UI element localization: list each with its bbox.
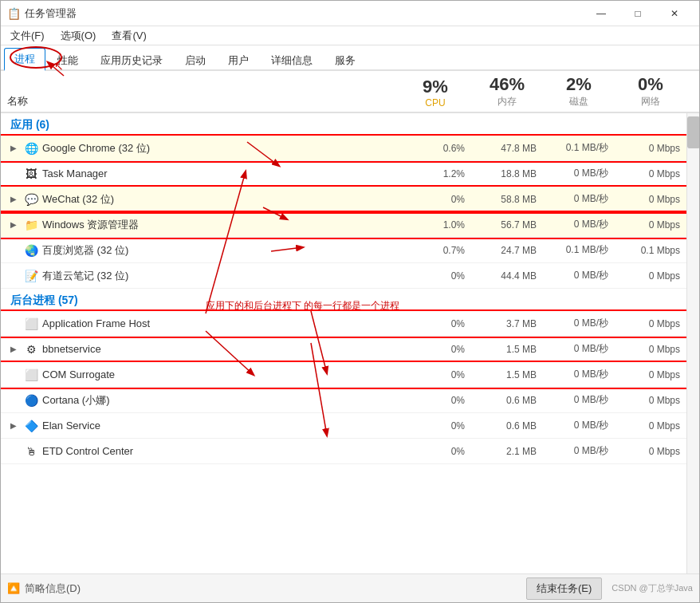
expand-icon[interactable]: ▶ (10, 421, 20, 430)
process-name-explorer: ▶ 📁 Windows 资源管理器 (1, 215, 399, 235)
cortana-icon: 🔵 (25, 394, 37, 407)
tab-performance[interactable]: 性能 (47, 49, 88, 71)
disk-cell: 0 MB/秒 (543, 416, 615, 436)
content-area: 名称 9% CPU 46% 内存 2% 磁盘 0% 网络 (1, 71, 699, 573)
memory-cell: 2.1 MB (471, 443, 543, 460)
process-name-appframe: ⬜ Application Frame Host (1, 314, 399, 333)
disk-cell: 0 MB/秒 (543, 189, 615, 209)
tab-services[interactable]: 服务 (324, 49, 366, 71)
status-label[interactable]: 简略信息(D) (25, 581, 81, 596)
baidu-icon: 🌏 (25, 244, 37, 257)
column-headers: 名称 9% CPU 46% 内存 2% 磁盘 0% 网络 (1, 71, 699, 113)
menu-options[interactable]: 选项(O) (54, 27, 103, 45)
youdao-icon: 📝 (25, 270, 37, 282)
maximize-button[interactable]: □ (619, 1, 656, 26)
network-cell: 0 Mbps (615, 315, 686, 333)
col-network[interactable]: 0% 网络 (615, 71, 686, 112)
process-name-comsurrogate: ⬜ COM Surrogate (1, 365, 399, 384)
disk-cell: 0 MB/秒 (543, 313, 615, 333)
tab-users[interactable]: 用户 (218, 49, 259, 71)
network-cell: 0 Mbps (615, 216, 686, 234)
memory-cell: 1.5 MB (471, 366, 543, 384)
tab-app-history[interactable]: 应用历史记录 (90, 49, 173, 71)
cpu-cell: 0.6% (399, 140, 471, 157)
expand-icon[interactable]: ▶ (10, 220, 20, 229)
disk-cell: 0 MB/秒 (543, 164, 615, 183)
memory-cell: 1.5 MB (471, 341, 543, 358)
table-row[interactable]: 🌏 百度浏览器 (32 位) 0.7% 24.7 MB 0.1 MB/秒 0.1… (1, 238, 686, 263)
col-memory[interactable]: 46% 内存 (471, 71, 543, 112)
table-row[interactable]: 🖱 ETD Control Center 0% 2.1 MB 0 MB/秒 0 … (1, 439, 686, 464)
table-row[interactable]: ⬜ COM Surrogate 0% 1.5 MB 0 MB/秒 0 Mbps (1, 362, 686, 388)
collapse-icon[interactable]: 🔼 (7, 582, 20, 594)
menu-view[interactable]: 查看(V) (105, 27, 152, 45)
disk-cell: 0.1 MB/秒 (543, 240, 615, 260)
network-cell: 0 Mbps (615, 443, 686, 460)
close-button[interactable]: ✕ (656, 1, 693, 26)
section-apps: 应用 (6) (1, 113, 686, 136)
table-row[interactable]: ▶ 💬 WeChat (32 位) 0% 58.8 MB 0 MB/秒 0 Mb… (1, 187, 686, 212)
appframe-icon: ⬜ (25, 317, 37, 330)
tab-details[interactable]: 详细信息 (261, 49, 323, 71)
memory-cell: 44.4 MB (471, 267, 543, 285)
cpu-cell: 0.7% (399, 242, 471, 259)
process-table: 应用 (6) ▶ 🌐 Google Chrome (32 位) 0.6% 47.… (1, 113, 686, 573)
table-row[interactable]: ▶ 🌐 Google Chrome (32 位) 0.6% 47.8 MB 0.… (1, 136, 686, 161)
network-cell: 0 Mbps (615, 267, 686, 285)
disk-cell: 0 MB/秒 (543, 390, 615, 410)
network-cell: 0 Mbps (615, 417, 686, 435)
table-row[interactable]: ▶ ⚙ bbnetservice 0% 1.5 MB 0 MB/秒 0 Mbps (1, 337, 686, 362)
tab-startup[interactable]: 启动 (175, 49, 216, 71)
minimize-button[interactable]: — (583, 1, 619, 26)
table-row[interactable]: 🖼 Task Manager 1.2% 18.8 MB 0 MB/秒 0 Mbp… (1, 161, 686, 187)
network-cell: 0.1 Mbps (615, 242, 686, 259)
disk-cell: 0 MB/秒 (543, 215, 615, 235)
cpu-cell: 0% (399, 267, 471, 285)
gear-icon: ⚙ (25, 343, 37, 356)
col-cpu[interactable]: 9% CPU (399, 73, 471, 112)
cpu-cell: 1.0% (399, 216, 471, 234)
section-background: 后台进程 (57) (1, 289, 686, 311)
expand-icon[interactable]: ▶ (10, 195, 20, 203)
network-cell: 0 Mbps (615, 140, 686, 157)
cpu-cell: 0% (399, 341, 471, 358)
table-row[interactable]: 🔵 Cortana (小娜) 0% 0.6 MB 0 MB/秒 0 Mbps (1, 388, 686, 413)
process-name-taskmgr: 🖼 Task Manager (1, 164, 399, 183)
memory-cell: 0.6 MB (471, 392, 543, 409)
disk-cell: 0 MB/秒 (543, 339, 615, 359)
scrollbar-thumb[interactable] (687, 116, 699, 148)
explorer-icon: 📁 (25, 219, 37, 231)
table-row[interactable]: ▶ 🔷 Elan Service 0% 0.6 MB 0 MB/秒 0 Mbps (1, 413, 686, 439)
menu-bar: 文件(F) 选项(O) 查看(V) (1, 26, 699, 45)
cpu-cell: 0% (399, 191, 471, 208)
cpu-cell: 0% (399, 443, 471, 460)
network-cell: 0 Mbps (615, 341, 686, 358)
process-name-etd: 🖱 ETD Control Center (1, 442, 399, 461)
table-row[interactable]: ⬜ Application Frame Host 0% 3.7 MB 0 MB/… (1, 311, 686, 337)
table-row[interactable]: ▶ 📁 Windows 资源管理器 1.0% 56.7 MB 0 MB/秒 0 … (1, 212, 686, 238)
col-name[interactable]: 名称 (1, 91, 399, 112)
table-row[interactable]: 📝 有道云笔记 (32 位) 0% 44.4 MB 0 MB/秒 0 Mbps (1, 263, 686, 289)
memory-cell: 56.7 MB (471, 216, 543, 234)
comsurrogate-icon: ⬜ (25, 368, 37, 381)
col-disk[interactable]: 2% 磁盘 (543, 71, 615, 112)
cpu-cell: 0% (399, 417, 471, 435)
tab-bar: 进程 性能 应用历史记录 启动 用户 详细信息 服务 (1, 45, 699, 71)
scrollbar[interactable] (686, 113, 699, 573)
expand-icon[interactable]: ▶ (10, 345, 20, 353)
network-cell: 0 Mbps (615, 392, 686, 409)
process-name-chrome: ▶ 🌐 Google Chrome (32 位) (1, 138, 399, 159)
expand-icon[interactable]: ▶ (10, 144, 20, 152)
process-name-youdao: 📝 有道云笔记 (32 位) (1, 266, 399, 286)
disk-cell: 0 MB/秒 (543, 365, 615, 384)
menu-file[interactable]: 文件(F) (4, 27, 51, 45)
tab-process[interactable]: 进程 (4, 48, 45, 71)
end-task-button[interactable]: 结束任务(E) (526, 577, 602, 600)
memory-cell: 58.8 MB (471, 191, 543, 208)
wechat-icon: 💬 (25, 193, 37, 206)
network-cell: 0 Mbps (615, 366, 686, 384)
window-title: 任务管理器 (25, 6, 77, 21)
elan-icon: 🔷 (25, 420, 37, 432)
cpu-cell: 1.2% (399, 165, 471, 183)
cpu-cell: 0% (399, 392, 471, 409)
